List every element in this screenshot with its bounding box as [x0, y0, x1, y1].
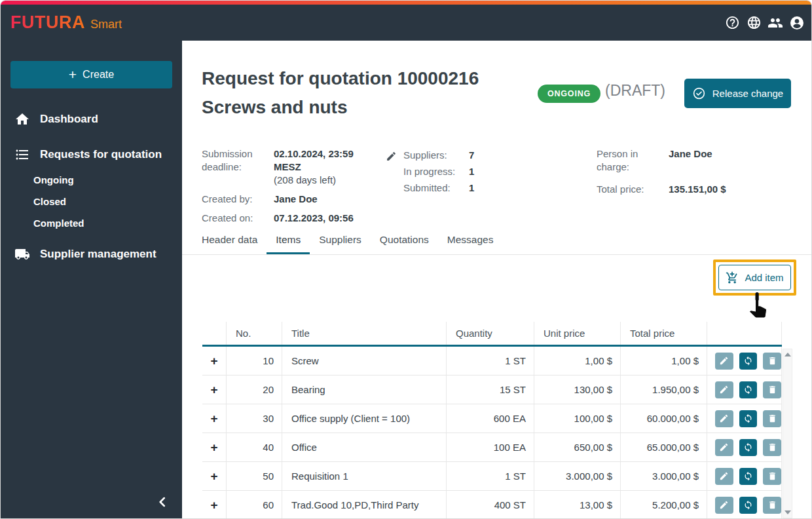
cell-title: Screw — [282, 347, 447, 375]
table-scrollbar[interactable] — [783, 349, 792, 518]
expand-row-icon[interactable]: + — [210, 441, 217, 453]
tab-header-data[interactable]: Header data — [202, 230, 267, 254]
suppliers-label: Suppliers: — [403, 149, 469, 162]
scroll-up-icon[interactable] — [784, 353, 791, 356]
in-progress-value: 1 — [469, 165, 474, 178]
submitted-label: Submitted: — [403, 182, 469, 195]
sync-item-button[interactable] — [739, 353, 758, 370]
expand-row-icon[interactable]: + — [210, 355, 217, 367]
plus-icon: + — [69, 67, 77, 81]
main-content: Request for quotation 10000216 Screws an… — [182, 41, 812, 519]
created-on-label: Created on: — [202, 212, 274, 225]
total-price-value: 135.151,00 $ — [669, 183, 726, 196]
sync-item-button[interactable] — [739, 497, 758, 514]
cell-no: 40 — [227, 433, 282, 461]
sidebar-subitem-label: Ongoing — [33, 174, 74, 185]
truck-icon — [14, 246, 30, 262]
sidebar-item-closed[interactable]: Closed — [1, 191, 182, 212]
cell-no: 30 — [227, 404, 282, 432]
sidebar-subitem-label: Closed — [33, 196, 66, 207]
sidebar-collapse-button[interactable] — [153, 492, 172, 512]
scroll-down-icon[interactable] — [784, 510, 791, 514]
sync-item-button[interactable] — [739, 439, 758, 456]
cell-total-price: 3.000,00 $ — [621, 462, 707, 490]
sync-item-button[interactable] — [739, 468, 758, 485]
sidebar-sub-nav: Ongoing Closed Completed — [1, 169, 182, 234]
pencil-icon — [719, 500, 729, 510]
edit-item-button[interactable] — [715, 468, 733, 485]
sync-icon — [743, 442, 753, 452]
brand-gradient-strip — [1, 1, 811, 5]
cell-title: Office — [282, 433, 447, 461]
expand-row-icon[interactable]: + — [210, 412, 217, 425]
edit-item-button[interactable] — [715, 439, 733, 456]
cell-quantity: 100 EA — [447, 433, 534, 461]
delete-item-button[interactable] — [763, 353, 781, 370]
sidebar-item-label: Dashboard — [40, 113, 98, 126]
brand-suffix: Smart — [90, 18, 122, 31]
header-unit-price: Unit price — [534, 322, 621, 345]
total-price-label: Total price: — [597, 183, 669, 196]
suppliers-value: 7 — [469, 149, 474, 162]
edit-item-button[interactable] — [715, 497, 733, 514]
cell-title: Trad.Good 10,PD,Third Party — [282, 491, 447, 519]
submission-deadline-value: 02.10.2024, 23:59 MESZ — [274, 148, 354, 172]
sync-icon — [743, 385, 753, 394]
edit-suppliers-icon[interactable] — [386, 151, 397, 198]
cell-total-price: 1.950,00 $ — [621, 375, 707, 404]
details-panel: Submission deadline: 02.10.2024, 23:59 M… — [202, 147, 793, 225]
sidebar-item-requests[interactable]: Requests for quotation — [1, 142, 182, 168]
sync-item-button[interactable] — [739, 381, 758, 398]
cell-quantity: 15 ST — [447, 375, 534, 404]
sidebar-item-completed[interactable]: Completed — [1, 212, 182, 234]
cell-title: Office supply (Client = 100) — [282, 404, 447, 432]
delete-item-button[interactable] — [763, 468, 781, 485]
draft-label: (DRAFT) — [605, 82, 665, 100]
release-change-button[interactable]: Release change — [684, 79, 791, 108]
tab-suppliers[interactable]: Suppliers — [310, 230, 371, 254]
language-globe-icon[interactable] — [746, 15, 762, 31]
delete-item-button[interactable] — [763, 381, 781, 398]
sidebar-item-ongoing[interactable]: Ongoing — [1, 169, 182, 191]
header-actions-column — [707, 322, 782, 345]
sidebar-nav: Dashboard Requests for quotation Ongoing… — [1, 106, 182, 267]
delete-item-button[interactable] — [763, 497, 781, 514]
sync-icon — [743, 413, 753, 423]
page-title: Request for quotation 10000216 Screws an… — [202, 64, 536, 122]
tab-quotations[interactable]: Quotations — [371, 230, 438, 254]
status-badge: ONGOING — [538, 85, 600, 103]
help-icon[interactable] — [724, 15, 740, 31]
cell-unit-price: 130,00 $ — [534, 375, 621, 404]
release-change-label: Release change — [712, 88, 783, 99]
users-group-icon[interactable] — [767, 15, 783, 31]
home-icon — [14, 111, 30, 127]
created-on-value: 07.12.2023, 09:56 — [274, 212, 382, 225]
expand-row-icon[interactable]: + — [210, 470, 217, 482]
pencil-icon — [719, 471, 729, 481]
trash-icon — [767, 385, 777, 394]
delete-item-button[interactable] — [763, 439, 781, 456]
edit-item-button[interactable] — [715, 410, 733, 427]
tab-messages[interactable]: Messages — [438, 230, 503, 254]
sidebar-item-supplier-management[interactable]: Supplier management — [1, 241, 182, 267]
tabs-bar: Header data Items Suppliers Quotations M… — [182, 230, 812, 255]
account-icon[interactable] — [789, 15, 805, 31]
header-no: No. — [227, 322, 282, 345]
submission-deadline-label: Submission deadline: — [202, 147, 274, 187]
details-column-left: Submission deadline: 02.10.2024, 23:59 M… — [202, 147, 388, 231]
delete-item-button[interactable] — [763, 410, 781, 427]
sync-item-button[interactable] — [739, 410, 758, 427]
created-by-label: Created by: — [202, 193, 274, 206]
list-icon — [14, 147, 30, 163]
edit-item-button[interactable] — [715, 353, 733, 370]
pencil-icon — [719, 356, 729, 366]
tab-items[interactable]: Items — [267, 230, 310, 254]
create-button[interactable]: + Create — [10, 61, 172, 88]
edit-item-button[interactable] — [715, 381, 733, 398]
add-item-button[interactable]: Add item — [718, 265, 791, 290]
sidebar-item-dashboard[interactable]: Dashboard — [1, 106, 182, 132]
expand-row-icon[interactable]: + — [210, 499, 217, 511]
topbar-icons — [724, 15, 805, 31]
expand-row-icon[interactable]: + — [210, 383, 217, 396]
page-head: Request for quotation 10000216 Screws an… — [202, 64, 793, 122]
